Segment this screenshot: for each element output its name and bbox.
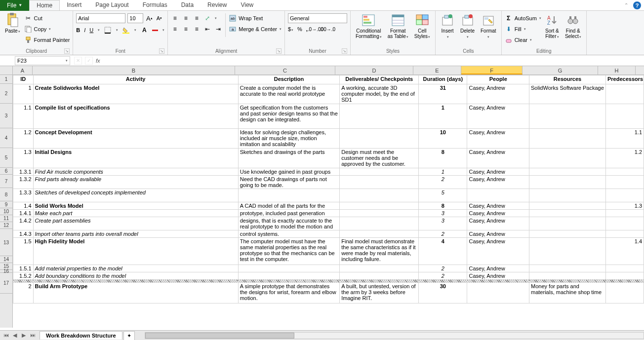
cell[interactable] (340, 265, 419, 272)
underline-button[interactable]: U (89, 27, 93, 33)
row-header[interactable]: 13 (0, 229, 12, 256)
column-header[interactable]: H (598, 66, 636, 75)
row-header[interactable]: 7 (0, 175, 12, 188)
cell[interactable]: Sketches and drawings of the parts (238, 149, 340, 168)
row-header[interactable]: 12 (0, 222, 12, 229)
row-header[interactable]: 17 (0, 273, 12, 294)
cell[interactable]: A working, accurate 3D computer model, b… (340, 84, 419, 104)
cell[interactable]: 3 (419, 217, 467, 230)
cell[interactable]: 1.3.2 (13, 176, 34, 189)
cell[interactable]: Money for parts and materials, machine s… (529, 283, 606, 303)
cell[interactable] (529, 210, 606, 217)
worksheet-grid[interactable]: ABCDEFGH 1234567891011121314151617 IDAct… (0, 66, 644, 328)
copy-button[interactable]: Copy▾ (24, 24, 70, 34)
cell[interactable]: 1.3.1 (13, 168, 34, 176)
find-select-button[interactable]: Find & Select▾ (563, 12, 583, 40)
cell[interactable] (605, 265, 644, 272)
column-header[interactable]: G (523, 66, 598, 75)
align-bottom-icon[interactable]: ≡ (193, 14, 201, 22)
cell[interactable] (340, 230, 419, 238)
column-header[interactable]: F (461, 66, 523, 75)
row-header[interactable]: 5 (0, 148, 12, 168)
cell[interactable] (340, 129, 419, 149)
column-header[interactable]: E (413, 66, 461, 75)
row-header[interactable]: 14 (0, 256, 12, 263)
cell[interactable] (467, 283, 529, 303)
cell[interactable]: Casey, Andrew (467, 149, 529, 168)
cell[interactable]: Casey, Andrew (467, 265, 529, 272)
formula-input[interactable] (103, 56, 644, 65)
increase-decimal-icon[interactable]: .0→.00 (312, 25, 320, 33)
cell[interactable]: The computer model must have the same ma… (238, 238, 340, 265)
cell[interactable]: 31 (419, 84, 467, 104)
clear-button[interactable]: Clear▾ (505, 35, 541, 45)
cell[interactable] (529, 149, 606, 168)
tab-view[interactable]: View (234, 0, 260, 10)
cell[interactable]: Casey, Andrew (467, 230, 529, 238)
cell[interactable]: Build Arm Prototype (33, 283, 238, 303)
cell[interactable]: Compile list of specifications (33, 104, 238, 129)
border-button[interactable] (104, 26, 112, 34)
row-header[interactable]: 6 (0, 168, 12, 175)
cell[interactable]: High Fidelity Model (33, 238, 238, 265)
cell[interactable]: Casey, Andrew (467, 217, 529, 230)
column-title[interactable]: People (467, 76, 529, 84)
cell[interactable] (529, 202, 606, 210)
cell[interactable] (605, 283, 644, 303)
dialog-launcher-icon[interactable]: ↘ (159, 48, 164, 54)
cell[interactable] (529, 217, 606, 230)
cell[interactable] (605, 168, 644, 176)
cell[interactable] (238, 265, 340, 272)
cell[interactable] (605, 104, 644, 129)
row-header[interactable]: 11 (0, 215, 12, 222)
cell[interactable] (340, 217, 419, 230)
cell[interactable] (605, 176, 644, 189)
tab-formulas[interactable]: Formulas (136, 0, 174, 10)
cell[interactable]: Add material properties to the model (33, 265, 238, 272)
cell[interactable]: 1.5 (13, 238, 34, 265)
cell[interactable] (467, 189, 529, 202)
cell[interactable]: 2 (13, 283, 34, 303)
tab-review[interactable]: Review (201, 0, 234, 10)
cell[interactable] (605, 189, 644, 202)
cell[interactable] (605, 272, 644, 280)
wrap-text-button[interactable]: abWrap Text (229, 13, 282, 23)
cell[interactable]: 1.3 (605, 202, 644, 210)
cell[interactable]: 2 (419, 265, 467, 272)
increase-indent-icon[interactable]: ⇥ (214, 25, 222, 33)
decrease-decimal-icon[interactable]: .00→.0 (323, 25, 331, 33)
cell[interactable]: A CAD model of all the parts for the (238, 202, 340, 210)
dialog-launcher-icon[interactable]: ↘ (342, 48, 347, 54)
format-as-table-button[interactable]: Format as Table▾ (386, 12, 410, 40)
italic-button[interactable]: I (84, 27, 85, 33)
row-header[interactable]: 10 (0, 208, 12, 215)
font-name-select[interactable] (76, 13, 125, 23)
cell[interactable]: 1.5.1 (13, 265, 34, 272)
font-color-button[interactable]: A (140, 26, 148, 34)
cell[interactable] (340, 272, 419, 280)
row-header[interactable]: 3 (0, 104, 12, 128)
decrease-indent-icon[interactable]: ⇤ (203, 25, 211, 33)
decrease-font-icon[interactable]: A▾ (155, 14, 163, 22)
cell[interactable] (238, 189, 340, 202)
cell[interactable]: Casey, Andrew (467, 104, 529, 129)
cell[interactable] (529, 189, 606, 202)
cell[interactable]: 3 (419, 210, 467, 217)
cell[interactable]: 1.4 (13, 202, 34, 210)
cell[interactable]: Casey, Andrew (467, 210, 529, 217)
cell[interactable]: Ideas for solving design challenges, inc… (238, 129, 340, 149)
cell[interactable]: Casey, Andrew (467, 176, 529, 189)
column-header[interactable]: A (13, 66, 33, 75)
column-title[interactable]: Resources (529, 76, 606, 84)
cell[interactable]: 1.1 (13, 104, 34, 129)
row-header[interactable]: 2 (0, 84, 12, 104)
tab-insert[interactable]: Insert (60, 0, 88, 10)
cell[interactable]: 1.4.2 (13, 217, 34, 230)
cell[interactable] (340, 176, 419, 189)
cell[interactable]: 1.3 (13, 149, 34, 168)
cell[interactable] (340, 210, 419, 217)
sort-filter-button[interactable]: AZSort & Filter▾ (543, 12, 561, 40)
fx-icon[interactable]: fx (96, 58, 100, 64)
cell[interactable] (529, 104, 606, 129)
cell[interactable] (529, 129, 606, 149)
